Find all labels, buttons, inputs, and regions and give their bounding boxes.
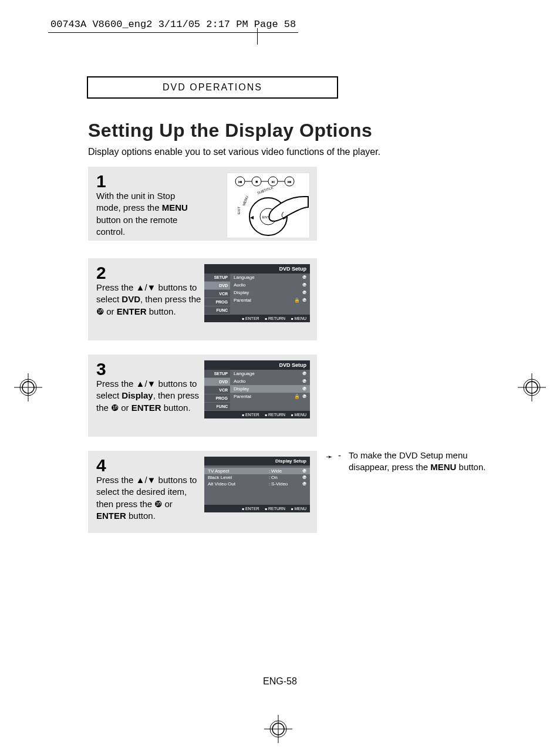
up-down-icon: ▲/▼ xyxy=(136,282,156,292)
dash: - xyxy=(338,450,341,461)
osd-side-item: DVD xyxy=(204,282,230,290)
osd-footer-item: MENU xyxy=(291,413,306,417)
osd-row: Language❿ xyxy=(230,370,310,377)
crop-mark-bottom-icon xyxy=(264,715,292,743)
t-bold: MENU xyxy=(430,462,456,472)
osd-row-selected: Display❿ xyxy=(230,385,310,393)
osd-dvd-setup-display: DVD Setup SETUP DVD VCR PROG FUNC Langua… xyxy=(204,360,310,419)
t-bold: ENTER xyxy=(117,306,147,316)
step-text: With the unit in Stop mode, press the ME… xyxy=(96,190,202,238)
section-header: DVD OPERATIONS xyxy=(87,76,338,99)
osd-footer-item: MENU xyxy=(291,316,306,320)
osd-row: Audio❿ xyxy=(230,281,310,289)
osd-row: Parental🔒 ❿ xyxy=(230,296,310,304)
t: , then press the xyxy=(140,294,201,304)
osd-footer-item: ENTER xyxy=(242,507,259,511)
step-text: Press the ▲/▼ buttons to select the desi… xyxy=(96,474,202,522)
left-arrow-icon: ➛ xyxy=(326,451,333,463)
svg-text:MENU: MENU xyxy=(242,195,249,207)
osd-row-selected: TV Aspect:Wide❿ xyxy=(204,468,310,474)
t-bold: MENU xyxy=(162,203,188,212)
right-icon: ❿ xyxy=(302,386,306,392)
osd-row: Black Level:On❿ xyxy=(208,474,306,481)
t: button on the remote control. xyxy=(96,215,177,237)
right-icon: ❿ xyxy=(301,481,306,487)
right-icon: ❿ xyxy=(301,468,306,474)
t: or xyxy=(162,499,173,509)
osd-row: Language❿ xyxy=(230,274,310,281)
step-1: 1 With the unit in Stop mode, press the … xyxy=(88,167,317,241)
t: button. xyxy=(161,403,191,413)
osd-footer-item: ENTER xyxy=(242,316,259,320)
t-bold: Display xyxy=(122,390,153,400)
right-icon: ❿ xyxy=(302,282,306,288)
printer-slug: 00743A V8600_eng2 3/11/05 2:17 PM Page 5… xyxy=(48,18,298,33)
osd-row: Alt Video Out:S-Video❿ xyxy=(208,481,306,487)
svg-text:EXIT: EXIT xyxy=(237,206,241,214)
svg-text:⏯: ⏯ xyxy=(271,180,275,184)
right-icon: ❿ xyxy=(302,371,306,376)
right-icon: ❿ xyxy=(302,298,306,303)
osd-footer: ENTER RETURN MENU xyxy=(204,315,310,322)
osd-side-item: PROG xyxy=(204,394,230,403)
osd-side-item: VCR xyxy=(204,386,230,394)
osd-row: Display❿ xyxy=(230,289,310,296)
right-icon: ❿ xyxy=(302,275,306,280)
t: or xyxy=(119,403,131,413)
up-down-icon: ▲/▼ xyxy=(136,475,156,485)
right-icon: ❿ xyxy=(96,306,104,316)
t: Press the xyxy=(96,475,136,485)
step-3: 3 Press the ▲/▼ buttons to select Displa… xyxy=(88,355,317,437)
t-bold: ENTER xyxy=(96,511,126,521)
osd-display-setup: Display Setup TV Aspect:Wide❿ Black Leve… xyxy=(204,457,310,512)
page-title: Setting Up the Display Options xyxy=(88,120,372,141)
t: or xyxy=(106,306,117,316)
up-down-icon: ▲/▼ xyxy=(136,379,156,389)
right-icon: ❿ xyxy=(111,403,119,413)
page-number: ENG-58 xyxy=(0,676,560,687)
osd-footer-item: MENU xyxy=(291,507,306,511)
right-icon: ❿ xyxy=(302,379,306,384)
lock-icon: 🔒 xyxy=(294,394,300,399)
crop-mark-right-icon xyxy=(518,373,546,401)
osd-footer: ENTER RETURN MENU xyxy=(204,411,310,419)
step-2: 2 Press the ▲/▼ buttons to select DVD, t… xyxy=(88,258,317,340)
osd-footer-item: RETURN xyxy=(265,316,285,320)
osd-title: Display Setup xyxy=(204,457,310,465)
osd-row: Audio❿ xyxy=(230,377,310,385)
right-icon: ❿ xyxy=(302,394,306,399)
osd-row: Parental🔒 ❿ xyxy=(230,393,310,400)
side-note: ➛ - To make the DVD Setup menu disappear… xyxy=(328,450,504,474)
t: button. xyxy=(147,306,176,316)
osd-side-item: DVD xyxy=(204,378,230,386)
osd-footer-item: ENTER xyxy=(242,413,259,417)
lock-icon: 🔒 xyxy=(294,298,300,303)
t-bold: ENTER xyxy=(131,403,161,413)
section-header-text: DVD OPERATIONS xyxy=(163,82,262,92)
osd-side-item: VCR xyxy=(204,290,230,298)
osd-dvd-setup: DVD Setup SETUP DVD VCR PROG FUNC Langua… xyxy=(204,264,310,322)
t: Press the xyxy=(96,379,136,389)
t: Press the xyxy=(96,282,136,292)
remote-figure: ⏮ ■ ⏯ ⏭ ENTER ◀ ▶ SUBTITLE MENU EXIT xyxy=(227,173,310,238)
osd-footer: ENTER RETURN MENU xyxy=(204,505,310,512)
t-bold: DVD xyxy=(122,294,140,304)
step-4: 4 Press the ▲/▼ buttons to select the de… xyxy=(88,451,317,533)
svg-text:◀: ◀ xyxy=(250,215,254,220)
osd-side-item: FUNC xyxy=(204,403,230,411)
t: button. xyxy=(126,511,156,521)
step-text: Press the ▲/▼ buttons to select DVD, the… xyxy=(96,282,202,318)
right-icon: ❿ xyxy=(154,499,162,509)
osd-side-item: SETUP xyxy=(204,274,230,282)
right-icon: ❿ xyxy=(302,290,306,295)
intro-text: Display options enable you to set variou… xyxy=(88,147,380,157)
right-icon: ❿ xyxy=(301,475,306,480)
osd-side-item: PROG xyxy=(204,298,230,306)
osd-side-item: SETUP xyxy=(204,370,230,378)
svg-text:⏮: ⏮ xyxy=(238,180,242,184)
crop-mark-left-icon xyxy=(14,373,42,401)
svg-text:SUBTITLE: SUBTITLE xyxy=(257,185,274,194)
svg-text:⏭: ⏭ xyxy=(288,180,292,184)
step-text: Press the ▲/▼ buttons to select Display,… xyxy=(96,378,202,414)
osd-footer-item: RETURN xyxy=(265,507,285,511)
